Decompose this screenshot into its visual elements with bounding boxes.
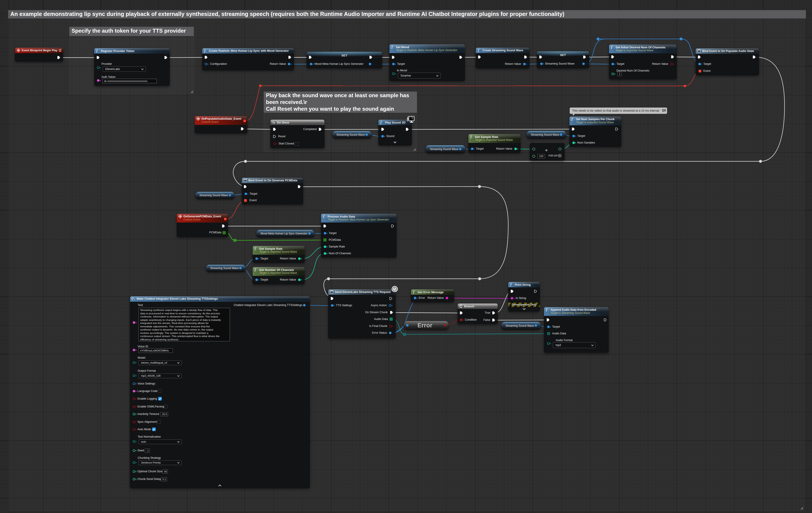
- svg-text:f: f: [478, 49, 480, 52]
- svg-text:1: 1: [272, 121, 273, 123]
- svg-text:f: f: [510, 283, 512, 286]
- svg-text:f: f: [204, 49, 206, 53]
- svg-text:f: f: [392, 45, 393, 49]
- svg-text:f: f: [323, 215, 325, 218]
- svg-text:f: f: [255, 268, 256, 272]
- svg-text:f: f: [413, 290, 415, 294]
- svg-text:f: f: [572, 117, 573, 121]
- svg-text:f: f: [470, 135, 472, 139]
- svg-text:f: f: [255, 247, 256, 250]
- svg-text:f: f: [546, 308, 548, 312]
- svg-text:f: f: [611, 46, 613, 49]
- svg-text:f: f: [96, 49, 98, 53]
- svg-text:f: f: [380, 121, 382, 124]
